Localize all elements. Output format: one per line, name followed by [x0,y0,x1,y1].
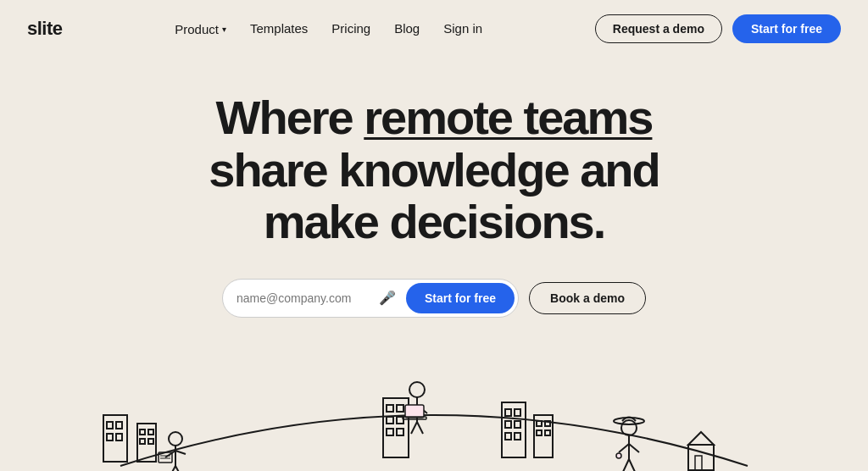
svg-rect-7 [148,429,153,435]
nav-item-pricing[interactable]: Pricing [331,21,370,36]
svg-marker-55 [688,432,714,445]
svg-rect-42 [537,421,542,426]
nav-item-templates[interactable]: Templates [250,21,308,36]
hero-title: Where remote teams share knowledge and m… [209,91,659,248]
svg-rect-56 [695,456,702,470]
start-for-free-nav-button[interactable]: Start for free [732,14,841,43]
svg-rect-22 [387,417,393,424]
mic-icon: 🎤 [379,290,396,306]
illustration-area [0,343,868,471]
svg-rect-8 [140,439,145,444]
svg-rect-45 [545,430,550,435]
svg-rect-6 [140,429,145,435]
svg-rect-20 [387,405,393,412]
svg-line-31 [417,422,423,434]
svg-point-53 [616,453,621,458]
book-demo-button[interactable]: Book a demo [529,282,646,314]
svg-point-26 [409,382,425,397]
svg-line-14 [170,466,175,471]
logo: slite [27,18,63,40]
svg-line-52 [629,459,635,471]
svg-line-51 [623,459,629,471]
svg-line-49 [619,444,629,452]
svg-line-13 [175,451,186,454]
email-input-wrapper: 🎤 Start for free [222,279,519,318]
hero-section: Where remote teams share knowledge and m… [0,58,868,471]
svg-rect-37 [505,421,511,428]
svg-rect-44 [537,430,542,435]
nav-item-signin[interactable]: Sign in [443,21,482,36]
svg-point-46 [621,420,637,435]
chevron-down-icon: ▾ [222,25,226,34]
navbar: slite Product ▾ Templates Pricing Blog S… [0,0,868,58]
svg-rect-35 [505,409,511,416]
nav-links: Product ▾ Templates Pricing Blog Sign in [175,21,482,36]
svg-rect-38 [515,421,520,428]
start-for-free-cta-button[interactable]: Start for free [406,283,515,313]
svg-rect-3 [107,434,113,441]
svg-rect-1 [107,422,113,429]
svg-rect-4 [116,434,122,441]
svg-rect-39 [505,433,511,440]
email-input[interactable] [236,291,372,305]
nav-actions: Request a demo Start for free [595,14,841,43]
hero-title-emphasis: remote teams [364,91,652,144]
request-demo-button[interactable]: Request a demo [595,14,722,43]
svg-rect-54 [688,445,714,470]
svg-line-30 [411,422,417,434]
svg-rect-40 [515,433,520,440]
svg-line-15 [175,466,181,471]
nav-item-blog[interactable]: Blog [394,21,420,36]
svg-rect-25 [397,429,403,435]
svg-rect-2 [116,422,122,429]
svg-rect-32 [405,405,424,418]
svg-rect-9 [148,439,153,444]
svg-point-10 [169,432,182,446]
svg-rect-21 [397,405,403,412]
nav-item-product[interactable]: Product ▾ [175,22,226,36]
hero-illustration [53,347,815,471]
svg-rect-24 [387,429,393,435]
cta-row: 🎤 Start for free Book a demo [222,279,646,318]
svg-line-50 [629,444,639,452]
svg-rect-36 [515,409,520,416]
svg-rect-43 [545,421,550,426]
